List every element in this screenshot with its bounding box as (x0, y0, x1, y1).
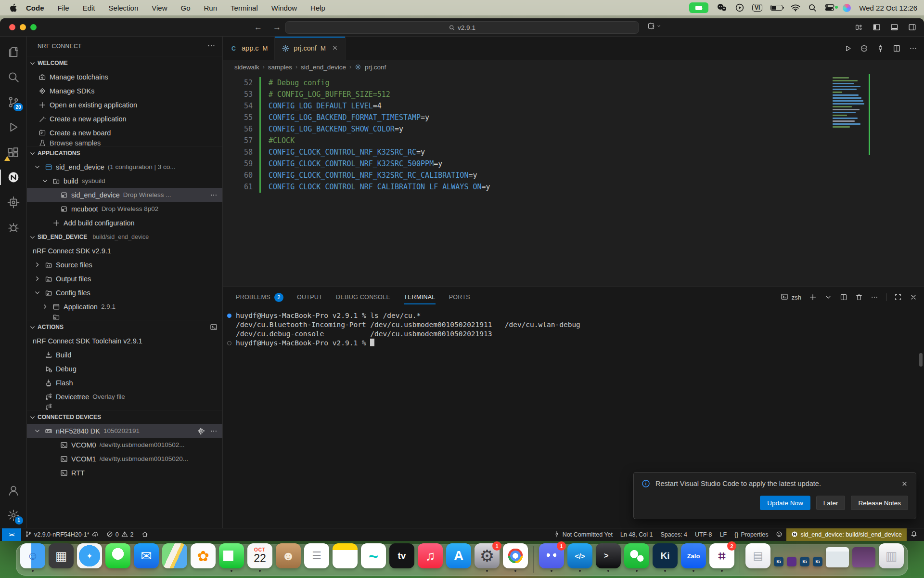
dock-app-contacts[interactable]: ☻ (276, 543, 301, 572)
dock-app-window-thumb-1[interactable] (826, 547, 849, 572)
feedback-button[interactable] (772, 528, 786, 541)
activity-extensions-icon[interactable] (0, 140, 27, 165)
close-window-button[interactable] (9, 24, 15, 30)
dock-app-wechat[interactable] (624, 543, 649, 572)
activity-accounts-icon[interactable] (0, 478, 27, 503)
menu-item-go[interactable]: Go (181, 4, 191, 12)
dock-app-safari[interactable]: ✦ (77, 543, 102, 572)
dock-app-slack[interactable]: ⌗2 (709, 543, 734, 572)
battery-icon[interactable] (770, 5, 783, 11)
dock-app-discord[interactable]: 1 (539, 543, 564, 572)
zoom-window-button[interactable] (30, 24, 37, 30)
more-actions-icon[interactable] (207, 41, 216, 52)
code-line-61[interactable]: 61CONFIG_CLOCK_CONTROL_NRF_CALIBRATION_L… (223, 181, 924, 193)
menu-item-help[interactable]: Help (310, 4, 325, 12)
chip-settings-icon[interactable] (197, 427, 205, 435)
minimize-window-button[interactable] (20, 24, 26, 30)
section-header-connected_devices[interactable]: CONNECTED DEVICES (27, 410, 222, 424)
breadcrumb-item-prj.conf[interactable]: prj.conf (365, 64, 386, 71)
dock-app-mini-window-ki-3[interactable]: Ki (800, 557, 809, 572)
code-line-56[interactable]: 56CONFIG_LOG_BACKEND_SHOW_COLOR=y (223, 123, 924, 135)
menu-item-window[interactable]: Window (271, 4, 297, 12)
row-flash[interactable]: Flash (27, 376, 222, 390)
row-source-files[interactable]: Source files (27, 258, 222, 272)
row-nrf-connect-sdk-v2-9-1[interactable]: nRF Connect SDK v2.9.1 (27, 244, 222, 258)
notifications-bell[interactable] (907, 528, 921, 541)
chevron-down-icon[interactable] (824, 293, 832, 301)
command-center-search[interactable]: v2.9.1 (285, 21, 639, 34)
split-editor-icon[interactable] (893, 44, 901, 53)
row-clipped[interactable] (27, 404, 222, 410)
split-icon[interactable] (840, 293, 847, 301)
dock-app-terminal-app[interactable]: >_ (596, 543, 621, 572)
toggle-secondary-sidebar-icon[interactable] (908, 23, 916, 31)
row-sid-end-device[interactable]: sid_end_device(1 configuration | 3 co... (27, 160, 222, 174)
wifi-icon[interactable] (791, 4, 800, 12)
maximize-icon[interactable] (894, 293, 902, 301)
dock-app-notes[interactable] (333, 543, 358, 572)
activity-search-icon[interactable] (0, 65, 27, 90)
dock-app-launchpad[interactable]: ▦ (49, 543, 74, 572)
section-header-applications[interactable]: APPLICATIONS (27, 146, 222, 160)
dock-app-music[interactable]: ♫ (418, 543, 443, 572)
toggle-primary-sidebar-icon[interactable] (873, 23, 881, 31)
section-header-actions[interactable]: ACTIONS (27, 320, 222, 334)
screen-record-icon[interactable] (689, 2, 708, 13)
more-icon[interactable] (871, 293, 878, 301)
spotlight-search-icon[interactable] (808, 4, 817, 12)
tab-app.c[interactable]: Capp.cM (223, 37, 275, 60)
row-output-files[interactable]: Output files (27, 272, 222, 286)
row-sid-end-device[interactable]: sid_end_deviceDrop Wireless ... (27, 188, 222, 202)
update-now-button[interactable]: Update Now (760, 496, 810, 510)
close-icon[interactable] (910, 293, 917, 301)
control-center-icon[interactable] (825, 4, 834, 11)
activity-settings-gear-icon[interactable]: 1 (0, 503, 27, 528)
wechat-icon[interactable] (717, 3, 727, 12)
row-devicetree[interactable]: DevicetreeOverlay file (27, 390, 222, 404)
menu-item-selection[interactable]: Selection (109, 4, 139, 12)
run-task-dropdown[interactable] (647, 22, 661, 30)
language-mode[interactable]: {} Properties (731, 528, 772, 541)
play-circle-icon[interactable] (735, 3, 744, 12)
code-line-53[interactable]: 53# CONFIG_LOG_BUFFER_SIZE=512 (223, 89, 924, 100)
copilot-icon[interactable] (860, 44, 868, 53)
problems-status[interactable]: 0 2 (103, 528, 138, 541)
code-line-59[interactable]: 59CONFIG_CLOCK_CONTROL_NRF_K32SRC_500PPM… (223, 158, 924, 170)
remote-indicator[interactable]: >< (2, 528, 21, 541)
row-open-an-existing-application[interactable]: Open an existing application (27, 98, 222, 112)
code-line-52[interactable]: 52# Debug config (223, 77, 924, 89)
add-icon[interactable] (809, 293, 817, 301)
menu-item-code[interactable]: Code (26, 4, 44, 12)
encoding-status[interactable]: UTF-8 (691, 528, 716, 541)
commit-status[interactable]: Not Committed Yet (550, 528, 616, 541)
dock-app-system-settings[interactable]: ⚙1 (475, 543, 500, 572)
activity-run-debug-icon[interactable] (0, 115, 27, 140)
later-button[interactable]: Later (816, 496, 846, 510)
dock-app-maps[interactable] (162, 543, 187, 572)
trash-icon[interactable] (855, 293, 863, 301)
dock-app-vscode[interactable]: </> (567, 543, 592, 572)
dock-app-messages[interactable] (105, 543, 130, 572)
dock-app-kindle[interactable]: Ki (653, 543, 678, 572)
row-manage-sdks[interactable]: Manage SDKs (27, 84, 222, 98)
more-icon[interactable] (210, 191, 218, 199)
row-create-a-new-board[interactable]: Create a new board (27, 126, 222, 140)
breadcrumb-item-samples[interactable]: samples (268, 64, 292, 71)
code-line-57[interactable]: 57#CLOCK (223, 135, 924, 146)
siri-icon[interactable] (843, 4, 851, 12)
dock-app-app-store[interactable]: A (446, 543, 471, 572)
activity-explorer-icon[interactable] (0, 39, 27, 65)
row-rtt[interactable]: RTT (27, 466, 222, 480)
row-build[interactable]: Build (27, 348, 222, 362)
panel-tab-terminal[interactable]: TERMINAL (404, 287, 436, 307)
code-line-54[interactable]: 54CONFIG_LOG_DEFAULT_LEVEL=4 (223, 100, 924, 112)
indentation-status[interactable]: Spaces: 4 (656, 528, 691, 541)
home-button[interactable] (138, 528, 152, 541)
terminal-instance[interactable]: zsh (781, 293, 801, 302)
dock-app-facetime[interactable] (219, 543, 244, 572)
row-add-build-configuration[interactable]: Add build configuration (27, 216, 222, 230)
terminal-scrollbar[interactable] (919, 353, 923, 367)
run-icon[interactable] (844, 44, 852, 53)
eol-status[interactable]: LF (716, 528, 731, 541)
release-notes-button[interactable]: Release Notes (851, 496, 908, 510)
